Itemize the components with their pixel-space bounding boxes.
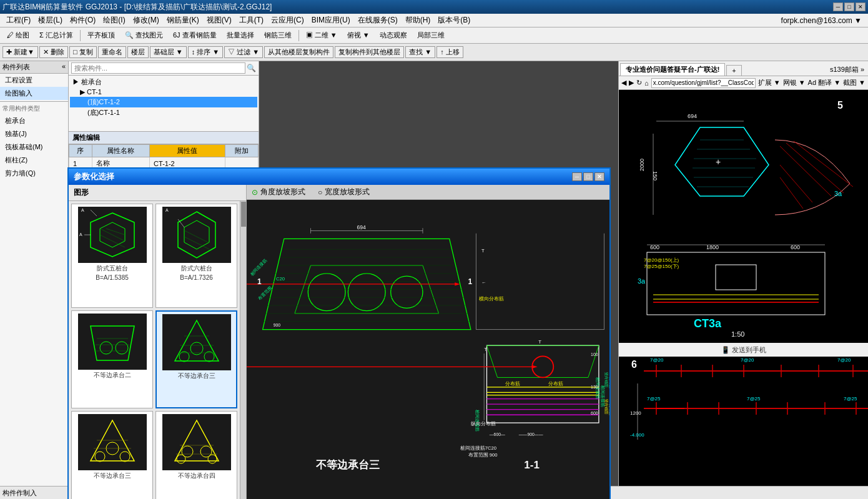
browser-tab-new[interactable]: + (726, 65, 741, 76)
sort-button[interactable]: ↕ 排序 ▼ (188, 46, 224, 58)
radio-angle-slope[interactable]: ⊙ 角度放坡形式 (252, 187, 305, 197)
toolbar-local3d[interactable]: 局部三维 (413, 29, 449, 42)
svg-point-102 (208, 455, 217, 463)
new-button[interactable]: ✚ 新建▼ (2, 46, 38, 58)
browser-netbank[interactable]: 网银 ▼ (783, 78, 806, 87)
menu-rebar-qty[interactable]: 钢筋量(K) (163, 14, 203, 27)
svg-line-70 (100, 229, 125, 241)
thumb-six-pile-formula: B=A/1.7326 (180, 274, 213, 281)
menu-view[interactable]: 视图(V) (203, 14, 235, 27)
nav-shear-wall[interactable]: 剪力墙(Q) (0, 167, 68, 180)
browser-refresh[interactable]: ↻ (636, 79, 642, 87)
menu-tools[interactable]: 工具(T) (235, 14, 267, 27)
copy-to-floor-button[interactable]: 复制构件到其他楼层 (335, 46, 404, 58)
filter-button[interactable]: ▽ 过滤 ▼ (224, 46, 263, 58)
svg-text:A: A (81, 208, 84, 212)
nav-raft-foundation[interactable]: 筏板基础(M) (0, 141, 68, 154)
dialog-title-buttons: ─ □ ✕ (572, 172, 604, 181)
dialog-min-button[interactable]: ─ (572, 172, 582, 181)
svg-text:130: 130 (591, 385, 598, 389)
tree-ct1[interactable]: ▶ CT-1 (70, 87, 257, 97)
nav-pile-cap[interactable]: 桩承台 (0, 114, 68, 127)
svg-text:T: T (481, 248, 485, 254)
toolbar-align[interactable]: 平齐板顶 (83, 29, 119, 42)
menu-cloud[interactable]: 云应用(C) (267, 14, 308, 27)
nav-isolated-foundation[interactable]: 独基(J) (0, 127, 68, 141)
move-up-button[interactable]: ↑ 上移 (436, 46, 463, 58)
find-button[interactable]: 查找 ▼ (405, 46, 435, 58)
browser-home[interactable]: ⌂ (644, 79, 649, 87)
col-seq: 序 (69, 145, 92, 157)
menu-modify[interactable]: 修改(M) (129, 14, 163, 27)
search-input[interactable] (71, 62, 245, 74)
browser-content: 5 694 + (619, 90, 868, 486)
floor-button[interactable]: 楼层 (127, 46, 149, 58)
toolbar-batch[interactable]: 批量选择 (222, 29, 259, 42)
thumbnail-scrollbar[interactable] (240, 201, 246, 499)
toolbar-dynamic[interactable]: 动态观察 (375, 29, 412, 42)
menu-draw[interactable]: 绘图(I) (99, 14, 129, 27)
left-panel-collapse[interactable]: « (62, 62, 66, 72)
delete-button[interactable]: ✕ 删除 (39, 46, 68, 58)
thumb-unequal-three-b[interactable]: 不等边承台三 (71, 411, 153, 499)
toolbar-rebar3d[interactable]: 钢筋三维 (260, 29, 296, 42)
toolbar-rebar-qty[interactable]: 6J 查看钢筋量 (169, 29, 221, 42)
menu-component[interactable]: 构件(O) (66, 14, 99, 27)
browser-translate[interactable]: Ad 翻译 ▼ (808, 78, 841, 87)
thumb-five-pile[interactable]: A A 阶式五桩台 B=A/1.5385 (71, 204, 153, 308)
toolbar-calc[interactable]: Σ 汇总计算 (35, 29, 77, 42)
copy-from-floor-button[interactable]: 从其他楼层复制构件 (264, 46, 333, 58)
svg-text:1:50: 1:50 (731, 330, 744, 338)
tree-ct1-1-bottom[interactable]: (底)CT-1-1 (70, 107, 257, 118)
rename-button[interactable]: 重命名 (98, 46, 126, 58)
tree-ct1-2-top[interactable]: (顶)CT-1-2 (70, 97, 257, 107)
browser-extend[interactable]: 扩展 ▼ (758, 78, 781, 87)
menu-version[interactable]: 版本号(B) (434, 14, 474, 27)
maximize-button[interactable]: □ (844, 2, 854, 11)
search-button[interactable]: 🔍 (247, 64, 256, 72)
dialog-max-button[interactable]: □ (583, 172, 593, 181)
browser-back[interactable]: ◀ (621, 79, 626, 87)
menu-project[interactable]: 工程(F) (2, 14, 34, 27)
dialog-close-button[interactable]: ✕ (594, 172, 604, 181)
nav-draw-input[interactable]: 绘图输入 (0, 87, 68, 100)
thumbnail-scrollbar-thumb[interactable] (241, 202, 246, 227)
toolbar-find[interactable]: 🔍 查找图元 (121, 29, 167, 42)
svg-text:1: 1 (468, 277, 473, 286)
close-button[interactable]: ✕ (856, 2, 866, 11)
svg-text:+: + (716, 157, 721, 167)
thumb-five-pile-formula: B=A/1.5385 (96, 274, 129, 281)
left-nav-panel: 构件列表 « 工程设置 绘图输入 常用构件类型 桩承台 独基(J) 筏板基础(M… (0, 61, 69, 486)
nav-frame-column[interactable]: 框柱(Z) (0, 154, 68, 167)
copy-button[interactable]: □ 复制 (69, 46, 97, 58)
toolbar-topview[interactable]: 俯视 ▼ (343, 29, 374, 42)
svg-text:竖向锚固: 竖向锚固 (604, 399, 608, 414)
minimize-button[interactable]: ─ (833, 2, 843, 11)
figure-label: 图形 (69, 185, 246, 201)
nav-project-settings[interactable]: 工程设置 (0, 74, 68, 87)
thumb-unequal-two[interactable]: 不等边承台二 (71, 310, 153, 408)
thumb-six-pile[interactable]: A 阶式六桩台 B=A/1.7326 (155, 204, 237, 308)
menu-account[interactable]: forpk.chen@163.com ▼ (777, 15, 866, 26)
menu-bim[interactable]: BIM应用(U) (308, 14, 354, 27)
menu-floor[interactable]: 楼层(L) (34, 14, 66, 27)
browser-screenshot[interactable]: 截图 ▼ (843, 78, 866, 87)
browser-forward[interactable]: ▶ (629, 79, 634, 87)
mailbox-link[interactable]: s139邮箱 » (826, 64, 868, 76)
svg-text:600: 600 (650, 244, 659, 250)
toolbar-2d[interactable]: ▣ 二维 ▼ (302, 29, 342, 42)
tree-pile-cap-root[interactable]: ▶ 桩承台 (70, 77, 257, 87)
menu-online[interactable]: 在线服务(S) (354, 14, 402, 27)
parametric-dialog: 参数化选择 ─ □ ✕ 图形 (67, 167, 611, 499)
menu-help[interactable]: 帮助(H) (402, 14, 435, 27)
thumb-unequal-four[interactable]: 不等边承台四 (155, 411, 237, 499)
toolbar-draw[interactable]: 🖊 绘图 (2, 29, 34, 42)
thumb-unequal-three-selected[interactable]: 不等边承台三 (155, 310, 237, 408)
url-bar[interactable] (651, 78, 756, 88)
browser-tab-active[interactable]: 专业造价问题答疑平台-广联达! (620, 63, 725, 76)
svg-point-101 (177, 455, 185, 463)
radio-width-slope[interactable]: ○ 宽度放坡形式 (318, 187, 370, 197)
thumb-unequal-three-b-label: 不等边承台三 (94, 472, 131, 480)
svg-line-72 (106, 229, 125, 235)
base-floor-button[interactable]: 基础层 ▼ (150, 46, 187, 58)
